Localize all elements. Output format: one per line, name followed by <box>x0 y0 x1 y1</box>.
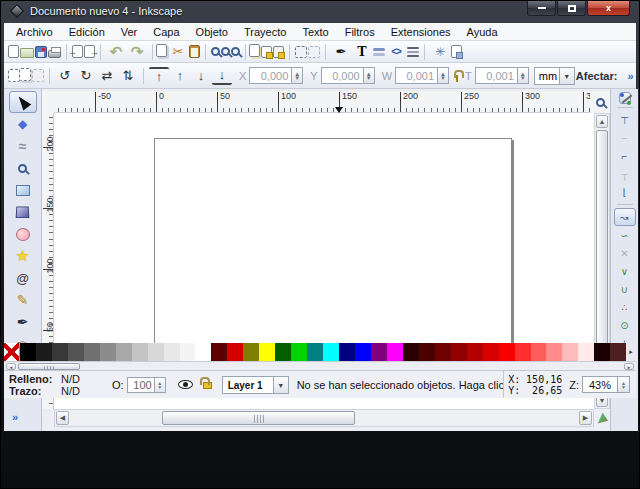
palette-swatch[interactable] <box>84 343 100 361</box>
zoom-drawing-icon[interactable] <box>221 47 230 56</box>
flip-vertical-icon[interactable]: ⇅ <box>118 67 138 85</box>
layer-lock-icon[interactable] <box>203 382 212 389</box>
lower-icon[interactable]: ↓ <box>191 67 211 85</box>
paste-icon[interactable] <box>189 45 200 58</box>
text-dialog-icon[interactable]: T <box>352 43 372 61</box>
snap-bbox-edges-button[interactable]: ┄ <box>614 129 636 147</box>
x-spinner[interactable]: ▲▼ <box>291 67 303 84</box>
palette-swatch[interactable] <box>180 343 196 361</box>
scroll-left-icon[interactable]: ◀ <box>56 411 69 425</box>
palette-swatch[interactable] <box>259 343 275 361</box>
palette-scroll-right-icon[interactable]: ▸ <box>624 363 634 370</box>
palette-none-swatch[interactable] <box>4 343 20 361</box>
palette-swatch[interactable] <box>594 343 610 361</box>
palette-swatch[interactable] <box>36 343 52 361</box>
print-icon[interactable] <box>48 50 61 58</box>
rotate-ccw-icon[interactable]: ↺ <box>55 67 75 85</box>
palette-swatch[interactable] <box>610 343 626 361</box>
snap-bbox-corners-button[interactable]: ⌐ <box>614 147 636 165</box>
document-properties-icon[interactable] <box>451 45 462 58</box>
lower-to-bottom-icon[interactable]: ↓ <box>212 67 232 85</box>
y-input[interactable]: 0,000 <box>321 67 363 84</box>
unlink-clone-icon[interactable] <box>273 46 284 58</box>
zoom-input[interactable]: 43% <box>582 376 618 393</box>
export-icon[interactable] <box>84 45 95 58</box>
align-dialog-icon[interactable] <box>407 47 419 49</box>
snap-to-paths-button[interactable]: ∽ <box>614 226 636 244</box>
zoom-1-1-icon[interactable] <box>590 91 610 113</box>
maximize-button[interactable] <box>557 1 586 16</box>
deselect-icon[interactable] <box>32 69 44 82</box>
palette-swatch[interactable] <box>20 343 36 361</box>
duplicate-icon[interactable] <box>249 44 260 57</box>
cut-icon[interactable]: ✂ <box>168 43 188 61</box>
palette-swatch[interactable] <box>546 343 562 361</box>
tool-star[interactable]: ★ <box>9 245 37 267</box>
minimize-button[interactable] <box>527 1 556 16</box>
palette-swatch[interactable] <box>52 343 68 361</box>
open-document-icon[interactable] <box>20 48 34 58</box>
tool-ellipse[interactable] <box>9 223 37 245</box>
ungroup-icon[interactable] <box>308 46 320 58</box>
zoom-selection-icon[interactable] <box>211 47 220 56</box>
palette-swatch[interactable] <box>211 343 227 361</box>
palette-scrollbar[interactable]: ◂ ▸ <box>4 361 636 370</box>
palette-swatch[interactable] <box>100 343 116 361</box>
create-clone-icon[interactable] <box>261 46 272 58</box>
palette-swatch[interactable] <box>307 343 323 361</box>
snap-bbox-centers-button[interactable]: ⌊ <box>614 183 636 201</box>
palette-swatch[interactable] <box>164 343 180 361</box>
layer-visibility-eye-icon[interactable] <box>178 380 193 389</box>
palette-swatch[interactable] <box>132 343 148 361</box>
redo-icon[interactable]: ↷ <box>127 43 147 61</box>
raise-to-top-icon[interactable]: ↑ <box>149 67 169 85</box>
palette-swatch[interactable] <box>531 343 547 361</box>
menu-item[interactable]: Capa <box>145 24 187 40</box>
color-management-toggle[interactable] <box>594 409 610 427</box>
horizontal-scrollbar[interactable]: ◀ ▶ <box>54 409 594 427</box>
scroll-right-icon[interactable]: ▶ <box>579 411 592 425</box>
menu-item[interactable]: Texto <box>294 24 336 40</box>
import-icon[interactable] <box>72 45 83 58</box>
snap-smooth-nodes-button[interactable]: ∪ <box>614 280 636 298</box>
menu-item[interactable]: Ayuda <box>459 24 506 40</box>
group-icon[interactable] <box>295 46 307 58</box>
toolbox-overflow-button[interactable]: » <box>12 411 18 423</box>
snap-cusp-nodes-button[interactable]: ∨ <box>614 262 636 280</box>
close-button[interactable]: x <box>587 1 630 16</box>
palette-next-icon[interactable]: ▸ <box>626 343 636 361</box>
palette-swatch[interactable] <box>403 343 419 361</box>
zoom-page-icon[interactable] <box>231 47 240 56</box>
unit-dropdown[interactable]: mm ▼ <box>534 67 575 85</box>
fill-stroke-dialog-icon[interactable]: ✒ <box>331 43 351 61</box>
menu-item[interactable]: Extensiones <box>383 24 459 40</box>
palette-swatch[interactable] <box>116 343 132 361</box>
tool-tweak[interactable]: ≈ <box>9 135 37 157</box>
palette-scrollbar-thumb[interactable] <box>18 363 80 370</box>
tool-pen[interactable]: ✒ <box>9 311 37 333</box>
snap-path-intersections-button[interactable]: ✕ <box>614 244 636 262</box>
save-document-icon[interactable] <box>35 46 47 58</box>
palette-swatch[interactable] <box>195 343 211 361</box>
height-input[interactable]: 0,001 <box>475 67 517 84</box>
palette-swatch[interactable] <box>243 343 259 361</box>
horizontal-scrollbar-thumb[interactable] <box>162 411 355 425</box>
snap-midpoints-button[interactable]: ∴ <box>614 298 636 316</box>
scroll-up-icon[interactable]: ▲ <box>596 115 608 128</box>
palette-swatch[interactable] <box>355 343 371 361</box>
tool-selector[interactable] <box>9 91 37 113</box>
snap-object-centers-button[interactable]: ⊙ <box>614 316 636 334</box>
horizontal-ruler[interactable]: -50050100150200250300350 <box>54 91 590 113</box>
new-document-icon[interactable] <box>8 45 19 58</box>
rotate-cw-icon[interactable]: ↻ <box>76 67 96 85</box>
tool-node-editor[interactable]: ◆ <box>9 113 37 135</box>
palette-swatch[interactable] <box>387 343 403 361</box>
palette-swatch[interactable] <box>483 343 499 361</box>
palette-swatch[interactable] <box>467 343 483 361</box>
palette-swatch[interactable] <box>291 343 307 361</box>
menu-item[interactable]: Edición <box>61 24 113 40</box>
tool-3d-box[interactable] <box>9 201 37 223</box>
width-spinner[interactable]: ▲▼ <box>437 67 449 84</box>
tool-zoom[interactable] <box>9 157 37 179</box>
x-input[interactable]: 0,000 <box>249 67 291 84</box>
